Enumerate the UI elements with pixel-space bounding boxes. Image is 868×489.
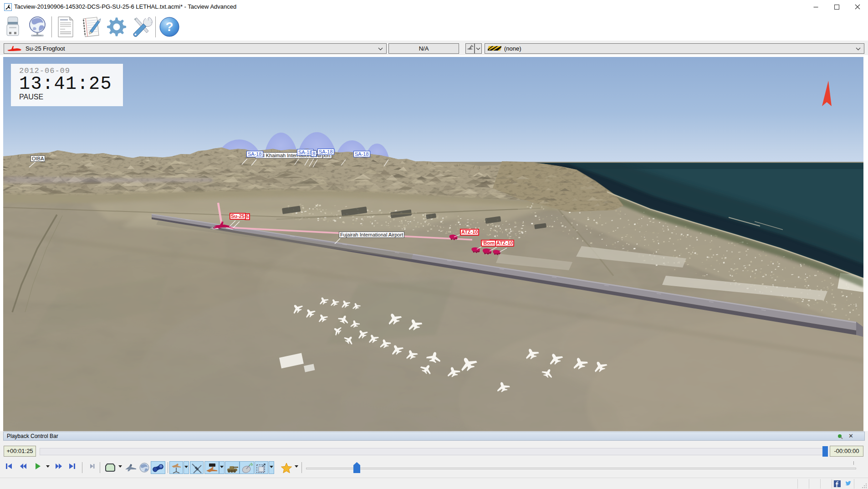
- svg-text:?: ?: [165, 20, 173, 34]
